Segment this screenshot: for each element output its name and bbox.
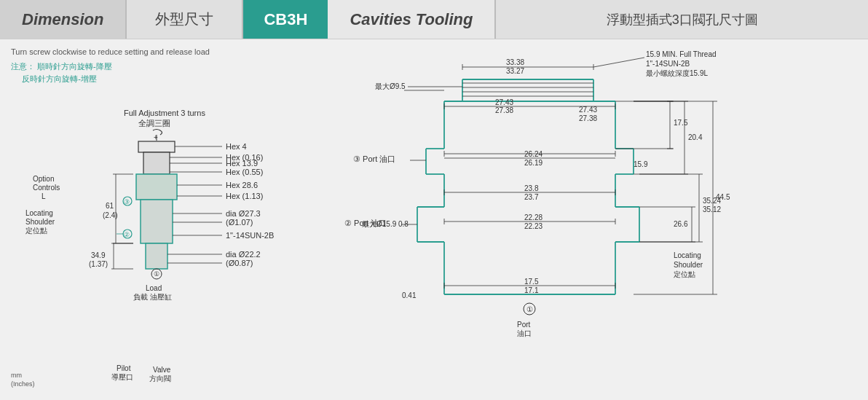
chinese1-tab: 外型尺寸 (127, 0, 243, 39)
port3-label: ③ Port 油口 (353, 154, 395, 163)
svg-text:方向閥: 方向閥 (149, 374, 171, 383)
thread-std: 1"-14SUN-2B (646, 60, 690, 68)
right-panel: 33.38 33.27 15.9 MIN. Full Thread 1"-14S… (331, 47, 857, 393)
model-tab: CB3H (243, 0, 328, 39)
valve-diagram: Full Adjustment 3 turns 全調三圈 + Hex 4 Hex… (11, 88, 317, 391)
dim3512: 35.12 (703, 205, 721, 213)
dim3327: 33.27 (506, 67, 524, 75)
cavities-svg: 33.38 33.27 15.9 MIN. Full Thread 1"-14S… (331, 47, 761, 389)
header-bar: Dimension 外型尺寸 CB3H Cavities Tooling 浮動型… (0, 0, 868, 39)
dia222-label: dia Ø22.2 (226, 250, 261, 259)
upper-body (143, 152, 170, 174)
valve-svg: Full Adjustment 3 turns 全調三圈 + Hex 4 Hex… (11, 88, 317, 391)
model-label: CB3H (264, 10, 307, 29)
thread-label: 1"-14SUN-2B (226, 231, 274, 240)
option-controls-label: Option (33, 175, 54, 183)
dim237: 23.7 (524, 193, 539, 201)
svg-text:③: ③ (124, 198, 130, 205)
mid-body (136, 174, 177, 200)
load-label: Load (146, 284, 162, 292)
svg-text:(2.4): (2.4) (103, 211, 118, 219)
svg-text:①: ① (154, 270, 159, 278)
svg-text:(1.37): (1.37) (89, 260, 108, 268)
hex139-label: Hex 13.9 (226, 159, 258, 168)
unit-label: mm (Inches) (11, 371, 35, 389)
cavities-tab: Cavities Tooling (328, 0, 496, 39)
svg-text:①: ① (526, 305, 533, 313)
dim171: 17.1 (524, 286, 539, 294)
dim-d95: 最大Ø9.5 (375, 82, 406, 90)
dim175: 17.5 (524, 278, 539, 286)
valve-label: Valve (153, 366, 171, 374)
dim3338: 33.38 (506, 58, 524, 66)
port1-label: Port (517, 321, 531, 329)
hex4-label: Hex 4 (226, 142, 247, 151)
chinese-note: 注意： 順時針方向旋轉-降壓 反時針方向旋轉-增壓 (11, 60, 317, 85)
dim204: 20.4 (688, 133, 703, 141)
svg-text:Shoulder: Shoulder (674, 261, 703, 269)
svg-text:61: 61 (106, 202, 114, 210)
dim175-right: 17.5 (674, 119, 688, 127)
hex286-label: Hex 28.6 (226, 181, 258, 189)
svg-text:油口: 油口 (517, 329, 532, 337)
svg-text:+: + (154, 133, 158, 141)
dim266: 26.6 (674, 220, 688, 228)
chinese1-label: 外型尺寸 (155, 9, 213, 29)
dim2223: 22.23 (524, 222, 542, 230)
dim-041: 0.41 (402, 291, 417, 299)
pilot-label: Pilot (117, 364, 131, 372)
thread-zh: 最小螺紋深度15.9L (646, 69, 708, 77)
top-hex (138, 141, 175, 152)
dimension-label: Dimension (22, 10, 103, 29)
full-adj-text: Full Adjustment 3 turns (124, 109, 205, 117)
svg-text:27.38: 27.38 (579, 114, 597, 122)
svg-text:27.43: 27.43 (579, 106, 597, 114)
hex055-label: Hex (0.55) (226, 168, 263, 176)
dia273-label: dia Ø27.3 (226, 209, 261, 218)
dim2228: 22.28 (524, 213, 542, 221)
dia222in-label: (Ø0.87) (226, 259, 253, 267)
svg-text:34.9: 34.9 (91, 251, 106, 259)
svg-text:②: ② (124, 231, 130, 238)
main-content: Turn screw clockwise to reduce setting a… (0, 39, 868, 400)
dim2738: 27.38 (495, 106, 513, 114)
bottom-body (146, 243, 167, 269)
svg-text:Controls: Controls (33, 184, 60, 192)
svg-text:負載 油壓缸: 負載 油壓缸 (133, 293, 172, 301)
lower-body (141, 200, 173, 243)
svg-line-63 (593, 58, 644, 67)
dim238: 23.8 (524, 184, 539, 192)
svg-text:L: L (42, 192, 46, 200)
left-panel: Turn screw clockwise to reduce setting a… (11, 47, 317, 393)
english-note: Turn screw clockwise to reduce setting a… (11, 47, 317, 58)
hex113-label: Hex (1.13) (226, 192, 263, 200)
chinese2-tab: 浮動型插式3口閥孔尺寸圖 (496, 0, 868, 39)
svg-text:定位點: 定位點 (674, 270, 695, 278)
svg-text:定位點: 定位點 (25, 227, 47, 235)
dim-d158: 最大Ø15.9 0.8 (362, 220, 409, 228)
dim159-right: 15.9 (634, 160, 648, 168)
cavities-label: Cavities Tooling (350, 10, 473, 29)
full-adj-zh: 全調三圈 (138, 119, 170, 128)
dim2624: 26.24 (524, 150, 542, 158)
locating-shoulder-right: Locating (674, 251, 701, 259)
dim2743: 27.43 (495, 98, 513, 106)
svg-text:Shoulder: Shoulder (25, 218, 55, 226)
thread-note: 15.9 MIN. Full Thread (646, 50, 717, 58)
dim2619: 26.19 (524, 159, 542, 167)
chinese2-label: 浮動型插式3口閥孔尺寸圖 (607, 11, 758, 28)
svg-text:導壓口: 導壓口 (111, 373, 133, 381)
dimension-tab: Dimension (0, 0, 127, 39)
locating-shoulder-label: Locating (25, 209, 53, 217)
dia273in-label: (Ø1.07) (226, 218, 253, 227)
thread-lines (462, 83, 593, 96)
dim445: 44.5 (716, 193, 730, 201)
